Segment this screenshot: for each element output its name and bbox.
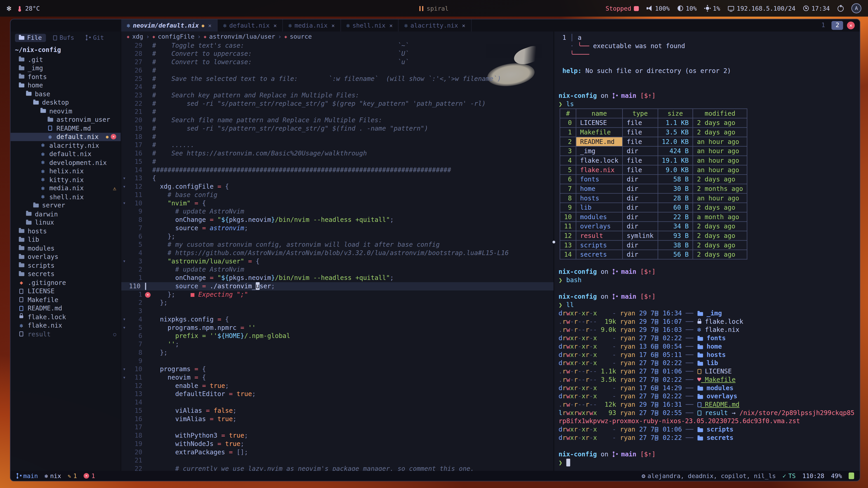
editor-line[interactable]: 14######################################… bbox=[121, 166, 554, 174]
tree-item-fonts[interactable]: fonts bbox=[11, 72, 121, 81]
editor-line[interactable]: 3 bbox=[121, 307, 554, 315]
editor-line[interactable]: 18# bbox=[121, 133, 554, 141]
editor-line[interactable]: 21 bbox=[121, 456, 554, 465]
buffer-tab-default.nix[interactable]: ❄default.nix× bbox=[218, 20, 283, 32]
neotree-tab-bufs[interactable]: Bufs bbox=[49, 34, 78, 42]
editor-line[interactable]: 8 onChange = "${pkgs.neovim}/bin/nvim --… bbox=[121, 216, 554, 224]
terminal-pane[interactable]: 1 │ a · ╰── executable was not found ╰──… bbox=[554, 32, 860, 471]
tree-item-darwin[interactable]: darwin bbox=[11, 210, 121, 218]
tree-item-helix.nix[interactable]: ❄helix.nix bbox=[11, 167, 121, 175]
editor-line[interactable]: 17 bbox=[121, 423, 554, 431]
tree-item-modules[interactable]: modules bbox=[11, 244, 121, 253]
buffer-tab-shell.nix[interactable]: ❄shell.nix× bbox=[341, 20, 399, 32]
editor-line[interactable]: ▾11 neovim = { bbox=[121, 373, 554, 382]
tree-item-Makefile[interactable]: Makefile bbox=[11, 295, 121, 304]
tree-item-media.nix[interactable]: ❄media.nix⚠ bbox=[11, 184, 121, 193]
tree-item-scripts[interactable]: scripts bbox=[11, 261, 121, 270]
close-tab-button[interactable]: × bbox=[847, 22, 855, 29]
buffer-tab-media.nix[interactable]: ❄media.nix× bbox=[283, 20, 341, 32]
editor-line[interactable]: 21# bbox=[121, 108, 554, 116]
editor-line[interactable]: 6 }; bbox=[121, 232, 554, 241]
editor-line[interactable]: 23# Search key pattern and Replace in Mu… bbox=[121, 91, 554, 100]
tree-item-development.nix[interactable]: ❄development.nix bbox=[11, 158, 121, 167]
power-button[interactable] bbox=[837, 5, 844, 11]
editor-line[interactable]: 19 withNodeJs = true; bbox=[121, 440, 554, 448]
memory-indicator[interactable]: 10% bbox=[677, 5, 697, 12]
editor-line[interactable]: 28# Convert to uppercase: `U` bbox=[121, 50, 554, 58]
tree-item-shell.nix[interactable]: ❄shell.nix bbox=[11, 193, 121, 201]
editor-line[interactable]: ▾13{ bbox=[121, 174, 554, 183]
editor-line[interactable]: 4 # https://github.com/AstroNvim/AstroNv… bbox=[121, 249, 554, 257]
editor-line[interactable]: 18 withPython3 = true; bbox=[121, 431, 554, 440]
user-avatar[interactable]: A bbox=[851, 3, 862, 13]
editor-line[interactable]: 24# bbox=[121, 83, 554, 91]
editor-line[interactable]: 15# bbox=[121, 158, 554, 166]
editor-line[interactable]: 26# bbox=[121, 66, 554, 75]
editor-line[interactable]: 12 enable = true; bbox=[121, 382, 554, 390]
tree-item-server[interactable]: server bbox=[11, 201, 121, 210]
editor-line[interactable]: 5 # my cusotom astronvim config, astronv… bbox=[121, 240, 554, 249]
volume-indicator[interactable]: 100% bbox=[647, 5, 670, 12]
tree-item-hosts[interactable]: hosts bbox=[11, 227, 121, 235]
editor-line[interactable]: 19# sed -ri "s/pattern_str/replace_str/g… bbox=[121, 125, 554, 133]
close-buffer-icon[interactable]: × bbox=[389, 22, 393, 29]
editor-line[interactable]: ▾10 programs = { bbox=[121, 365, 554, 373]
window-separator[interactable] bbox=[554, 32, 554, 471]
breadcrumb-item[interactable]: astronvim/lua/user bbox=[209, 33, 275, 40]
editor-line[interactable]: 15 viAlias = false; bbox=[121, 407, 554, 415]
tree-item-kitty.nix[interactable]: ❄kitty.nix bbox=[11, 175, 121, 184]
git-branch-indicator[interactable]: main bbox=[16, 472, 38, 480]
editor-line[interactable]: ▾4 nixpkgs.config = { bbox=[121, 315, 554, 324]
close-buffer-icon[interactable]: × bbox=[274, 22, 277, 29]
recording-stopped-indicator[interactable]: Stopped bbox=[606, 5, 639, 12]
editor-line[interactable]: 110 source = ./astronvim_user; bbox=[121, 282, 554, 291]
editor-line[interactable]: 16# See https://astronvim.com/Basic%20Us… bbox=[121, 149, 554, 158]
editor-line[interactable]: 22 # currently we use lazy.nvim as neovi… bbox=[121, 465, 554, 471]
tree-item-overlays[interactable]: overlays bbox=[11, 253, 121, 261]
neotree-tab-file[interactable]: File bbox=[15, 34, 46, 42]
editor-line[interactable]: 7 source = astronvim; bbox=[121, 224, 554, 232]
editor-line[interactable]: 17# ...... bbox=[121, 141, 554, 149]
temperature-indicator[interactable]: 28°C bbox=[19, 5, 40, 12]
editor-line[interactable]: 7 ''; bbox=[121, 340, 554, 349]
editor-line[interactable]: ▾12 xdg.configFile = { bbox=[121, 183, 554, 191]
editor-line[interactable]: 2 }; bbox=[121, 299, 554, 307]
close-buffer-icon[interactable]: × bbox=[208, 22, 212, 29]
tree-item-alacritty.nix[interactable]: ❄alacritty.nix bbox=[11, 141, 121, 150]
tree-item-_img[interactable]: _img bbox=[11, 64, 121, 72]
buffer-tab-alacritty.nix[interactable]: ❄alacritty.nix× bbox=[399, 20, 471, 32]
editor-line[interactable]: 9 # update AstroNvim bbox=[121, 207, 554, 216]
tree-item-secrets[interactable]: secrets bbox=[11, 270, 121, 278]
tree-item-README.md[interactable]: README.md bbox=[11, 304, 121, 313]
editor-line[interactable]: ▾3 "astronvim/lua/user" = { bbox=[121, 257, 554, 266]
editor-line[interactable]: ▾5 programs.npm.npmrc = '' bbox=[121, 324, 554, 332]
tree-item-flake.nix[interactable]: ❄flake.nix bbox=[11, 321, 121, 330]
clock-indicator[interactable]: 17:34 bbox=[803, 5, 830, 12]
close-buffer-icon[interactable]: × bbox=[462, 22, 465, 29]
editor-line[interactable]: ▾10 "nvim" = { bbox=[121, 199, 554, 207]
editor-line[interactable]: 8 }; bbox=[121, 349, 554, 357]
tab-2[interactable]: 2 bbox=[832, 21, 843, 30]
neotree-root[interactable]: ~/nix-config bbox=[11, 45, 121, 55]
breadcrumb-item[interactable]: xdg bbox=[132, 33, 143, 40]
tree-item-linux[interactable]: linux bbox=[11, 218, 121, 227]
editor-line[interactable]: 11 # base config bbox=[121, 191, 554, 199]
editor-line[interactable]: 13 defaultEditor = true; bbox=[121, 390, 554, 398]
editor-line[interactable]: 22# sed -ri "s/pattern_str/replace_str/g… bbox=[121, 100, 554, 108]
tree-item-default.nix[interactable]: ❄default.nix●× bbox=[11, 133, 121, 141]
error-count[interactable]: × 1 bbox=[84, 472, 95, 480]
close-buffer-icon[interactable]: × bbox=[331, 22, 335, 29]
editor-line[interactable]: 27# Convert to lowercase: `u` bbox=[121, 58, 554, 66]
tree-item-default.nix[interactable]: ❄default.nix bbox=[11, 150, 121, 158]
editor-line[interactable]: 1× }; ■ Expecting ";" bbox=[121, 291, 554, 299]
brightness-indicator[interactable]: 1% bbox=[705, 5, 720, 12]
tree-item-neovim[interactable]: neovim bbox=[11, 107, 121, 116]
tree-item-LICENSE[interactable]: LICENSE bbox=[11, 287, 121, 295]
editor-line[interactable]: 6 prefix = ''${HOME}/.npm-global bbox=[121, 332, 554, 340]
breadcrumb-item[interactable]: source bbox=[290, 33, 312, 40]
tree-item-README.md[interactable]: README.md bbox=[11, 124, 121, 133]
editor-line[interactable]: 1 onChange = "${pkgs.neovim}/bin/nvim --… bbox=[121, 274, 554, 282]
buffer-tab-neovim/default.nix[interactable]: ❄neovim/default.nix●× bbox=[121, 20, 217, 32]
tree-item-.git[interactable]: .git bbox=[11, 55, 121, 64]
editor-line[interactable]: 25# Save the selected text to a file: `:… bbox=[121, 75, 554, 83]
